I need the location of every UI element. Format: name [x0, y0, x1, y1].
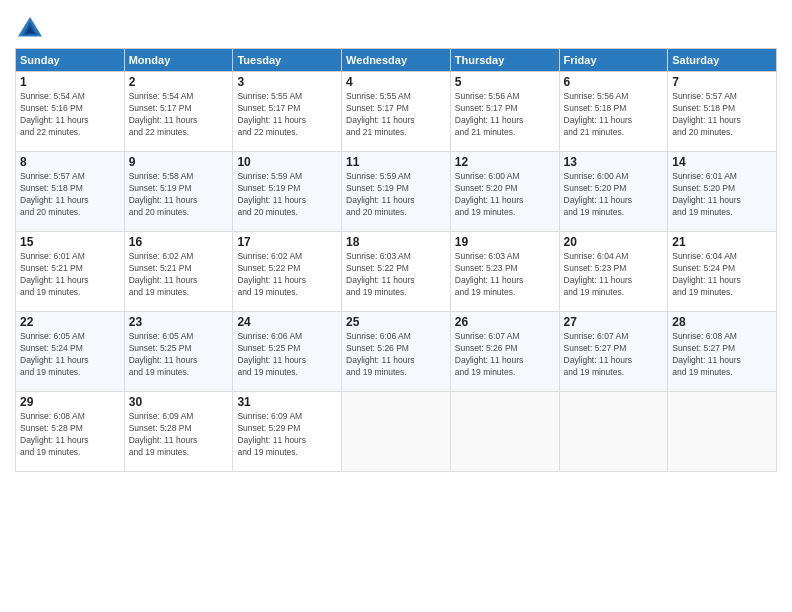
day-number: 20	[564, 235, 664, 249]
day-number: 29	[20, 395, 120, 409]
day-number: 23	[129, 315, 229, 329]
day-info: Sunrise: 6:05 AMSunset: 5:24 PMDaylight:…	[20, 331, 120, 379]
calendar-table: SundayMondayTuesdayWednesdayThursdayFrid…	[15, 48, 777, 472]
day-info: Sunrise: 6:03 AMSunset: 5:23 PMDaylight:…	[455, 251, 555, 299]
calendar-cell: 19Sunrise: 6:03 AMSunset: 5:23 PMDayligh…	[450, 232, 559, 312]
day-number: 1	[20, 75, 120, 89]
day-number: 11	[346, 155, 446, 169]
calendar-cell: 23Sunrise: 6:05 AMSunset: 5:25 PMDayligh…	[124, 312, 233, 392]
calendar-cell: 30Sunrise: 6:09 AMSunset: 5:28 PMDayligh…	[124, 392, 233, 472]
calendar-cell: 24Sunrise: 6:06 AMSunset: 5:25 PMDayligh…	[233, 312, 342, 392]
calendar-cell	[668, 392, 777, 472]
calendar-week-5: 29Sunrise: 6:08 AMSunset: 5:28 PMDayligh…	[16, 392, 777, 472]
day-number: 5	[455, 75, 555, 89]
day-number: 16	[129, 235, 229, 249]
day-number: 24	[237, 315, 337, 329]
day-info: Sunrise: 6:00 AMSunset: 5:20 PMDaylight:…	[455, 171, 555, 219]
day-info: Sunrise: 6:03 AMSunset: 5:22 PMDaylight:…	[346, 251, 446, 299]
day-number: 22	[20, 315, 120, 329]
day-number: 21	[672, 235, 772, 249]
calendar-week-2: 8Sunrise: 5:57 AMSunset: 5:18 PMDaylight…	[16, 152, 777, 232]
day-number: 19	[455, 235, 555, 249]
calendar-cell: 3Sunrise: 5:55 AMSunset: 5:17 PMDaylight…	[233, 72, 342, 152]
calendar-cell: 7Sunrise: 5:57 AMSunset: 5:18 PMDaylight…	[668, 72, 777, 152]
day-info: Sunrise: 5:55 AMSunset: 5:17 PMDaylight:…	[346, 91, 446, 139]
calendar-cell: 15Sunrise: 6:01 AMSunset: 5:21 PMDayligh…	[16, 232, 125, 312]
weekday-header-friday: Friday	[559, 49, 668, 72]
day-info: Sunrise: 6:04 AMSunset: 5:24 PMDaylight:…	[672, 251, 772, 299]
calendar-cell: 14Sunrise: 6:01 AMSunset: 5:20 PMDayligh…	[668, 152, 777, 232]
day-number: 10	[237, 155, 337, 169]
calendar-cell	[450, 392, 559, 472]
day-number: 2	[129, 75, 229, 89]
day-info: Sunrise: 6:06 AMSunset: 5:25 PMDaylight:…	[237, 331, 337, 379]
calendar-week-1: 1Sunrise: 5:54 AMSunset: 5:16 PMDaylight…	[16, 72, 777, 152]
day-number: 3	[237, 75, 337, 89]
calendar-cell	[342, 392, 451, 472]
day-info: Sunrise: 5:59 AMSunset: 5:19 PMDaylight:…	[237, 171, 337, 219]
day-info: Sunrise: 6:04 AMSunset: 5:23 PMDaylight:…	[564, 251, 664, 299]
calendar-cell: 8Sunrise: 5:57 AMSunset: 5:18 PMDaylight…	[16, 152, 125, 232]
weekday-header-thursday: Thursday	[450, 49, 559, 72]
day-number: 12	[455, 155, 555, 169]
day-info: Sunrise: 5:57 AMSunset: 5:18 PMDaylight:…	[20, 171, 120, 219]
day-number: 30	[129, 395, 229, 409]
calendar-cell: 2Sunrise: 5:54 AMSunset: 5:17 PMDaylight…	[124, 72, 233, 152]
header	[15, 10, 777, 44]
day-info: Sunrise: 5:58 AMSunset: 5:19 PMDaylight:…	[129, 171, 229, 219]
day-info: Sunrise: 6:02 AMSunset: 5:21 PMDaylight:…	[129, 251, 229, 299]
day-info: Sunrise: 6:07 AMSunset: 5:27 PMDaylight:…	[564, 331, 664, 379]
day-info: Sunrise: 5:59 AMSunset: 5:19 PMDaylight:…	[346, 171, 446, 219]
day-number: 27	[564, 315, 664, 329]
calendar-body: 1Sunrise: 5:54 AMSunset: 5:16 PMDaylight…	[16, 72, 777, 472]
day-info: Sunrise: 5:55 AMSunset: 5:17 PMDaylight:…	[237, 91, 337, 139]
calendar-cell: 16Sunrise: 6:02 AMSunset: 5:21 PMDayligh…	[124, 232, 233, 312]
day-info: Sunrise: 5:54 AMSunset: 5:16 PMDaylight:…	[20, 91, 120, 139]
weekday-row: SundayMondayTuesdayWednesdayThursdayFrid…	[16, 49, 777, 72]
calendar-week-4: 22Sunrise: 6:05 AMSunset: 5:24 PMDayligh…	[16, 312, 777, 392]
day-number: 15	[20, 235, 120, 249]
day-number: 28	[672, 315, 772, 329]
calendar-cell: 26Sunrise: 6:07 AMSunset: 5:26 PMDayligh…	[450, 312, 559, 392]
calendar-cell: 9Sunrise: 5:58 AMSunset: 5:19 PMDaylight…	[124, 152, 233, 232]
day-number: 4	[346, 75, 446, 89]
day-number: 7	[672, 75, 772, 89]
calendar-cell: 5Sunrise: 5:56 AMSunset: 5:17 PMDaylight…	[450, 72, 559, 152]
day-info: Sunrise: 6:01 AMSunset: 5:20 PMDaylight:…	[672, 171, 772, 219]
day-number: 8	[20, 155, 120, 169]
day-info: Sunrise: 5:54 AMSunset: 5:17 PMDaylight:…	[129, 91, 229, 139]
weekday-header-monday: Monday	[124, 49, 233, 72]
calendar-cell: 11Sunrise: 5:59 AMSunset: 5:19 PMDayligh…	[342, 152, 451, 232]
day-number: 17	[237, 235, 337, 249]
calendar-cell: 31Sunrise: 6:09 AMSunset: 5:29 PMDayligh…	[233, 392, 342, 472]
calendar-cell: 12Sunrise: 6:00 AMSunset: 5:20 PMDayligh…	[450, 152, 559, 232]
day-info: Sunrise: 6:01 AMSunset: 5:21 PMDaylight:…	[20, 251, 120, 299]
day-number: 31	[237, 395, 337, 409]
calendar-cell: 1Sunrise: 5:54 AMSunset: 5:16 PMDaylight…	[16, 72, 125, 152]
weekday-header-saturday: Saturday	[668, 49, 777, 72]
day-info: Sunrise: 5:56 AMSunset: 5:17 PMDaylight:…	[455, 91, 555, 139]
day-number: 6	[564, 75, 664, 89]
calendar-week-3: 15Sunrise: 6:01 AMSunset: 5:21 PMDayligh…	[16, 232, 777, 312]
calendar-cell: 29Sunrise: 6:08 AMSunset: 5:28 PMDayligh…	[16, 392, 125, 472]
weekday-header-tuesday: Tuesday	[233, 49, 342, 72]
day-info: Sunrise: 6:08 AMSunset: 5:27 PMDaylight:…	[672, 331, 772, 379]
day-number: 25	[346, 315, 446, 329]
day-info: Sunrise: 6:07 AMSunset: 5:26 PMDaylight:…	[455, 331, 555, 379]
day-info: Sunrise: 6:02 AMSunset: 5:22 PMDaylight:…	[237, 251, 337, 299]
day-info: Sunrise: 6:00 AMSunset: 5:20 PMDaylight:…	[564, 171, 664, 219]
day-number: 13	[564, 155, 664, 169]
calendar-header: SundayMondayTuesdayWednesdayThursdayFrid…	[16, 49, 777, 72]
calendar-cell: 21Sunrise: 6:04 AMSunset: 5:24 PMDayligh…	[668, 232, 777, 312]
calendar-cell: 6Sunrise: 5:56 AMSunset: 5:18 PMDaylight…	[559, 72, 668, 152]
day-number: 14	[672, 155, 772, 169]
day-number: 9	[129, 155, 229, 169]
calendar-cell: 17Sunrise: 6:02 AMSunset: 5:22 PMDayligh…	[233, 232, 342, 312]
day-info: Sunrise: 6:09 AMSunset: 5:29 PMDaylight:…	[237, 411, 337, 459]
day-number: 26	[455, 315, 555, 329]
calendar-cell: 20Sunrise: 6:04 AMSunset: 5:23 PMDayligh…	[559, 232, 668, 312]
day-number: 18	[346, 235, 446, 249]
day-info: Sunrise: 6:05 AMSunset: 5:25 PMDaylight:…	[129, 331, 229, 379]
page: SundayMondayTuesdayWednesdayThursdayFrid…	[0, 0, 792, 612]
calendar-cell: 10Sunrise: 5:59 AMSunset: 5:19 PMDayligh…	[233, 152, 342, 232]
